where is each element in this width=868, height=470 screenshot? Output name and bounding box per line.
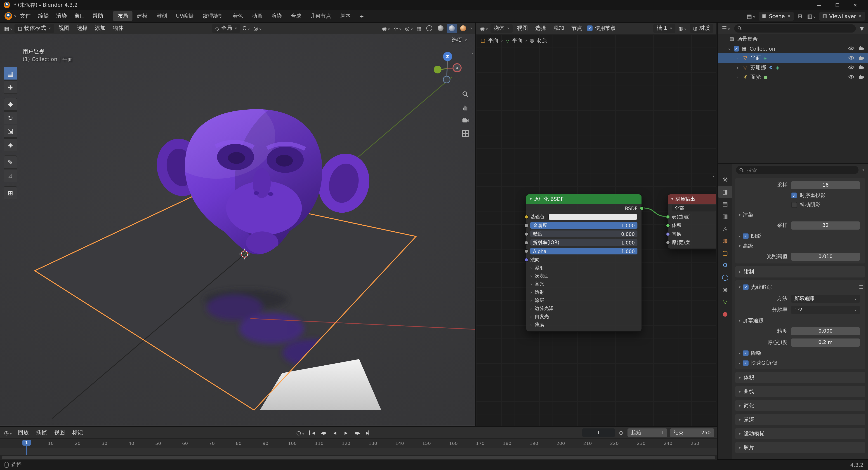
disclosure-icon[interactable]: › xyxy=(735,75,740,79)
editor-type-icon[interactable]: ▦∨ xyxy=(3,25,14,31)
input-socket[interactable] xyxy=(666,241,670,245)
properties-panel-header[interactable]: 胶片 xyxy=(735,442,865,453)
tool-annotate[interactable] xyxy=(4,155,17,168)
timeline-scrollbar[interactable] xyxy=(0,455,717,460)
browse-scene-icon[interactable]: ▤∨ xyxy=(745,13,756,19)
bsdf-input-row[interactable]: 基础色 基础色 基础色 xyxy=(526,212,642,221)
mode-selector[interactable]: ◻ 物体模式 ∨ xyxy=(15,24,54,33)
bsdf-input-row[interactable]: 金属度 1.000 金属度 金属度 xyxy=(526,221,642,229)
input-socket[interactable] xyxy=(666,232,670,236)
workspace-tab[interactable]: 渲染 xyxy=(267,11,286,21)
tab-tool[interactable] xyxy=(718,174,733,186)
bsdf-panel-header[interactable]: 次表面 xyxy=(526,272,642,280)
shading-solid-button[interactable] xyxy=(435,24,446,33)
material-output-node[interactable]: ▾ 材质输出 全部 xyxy=(667,194,716,249)
slot-selector[interactable]: 槽 1 ∨ xyxy=(653,24,675,33)
disclosure-icon[interactable]: ∨ xyxy=(727,46,732,51)
workspace-tab[interactable]: 纹理绘制 xyxy=(198,11,228,21)
disable-render-icon[interactable] xyxy=(859,55,864,61)
remove-viewlayer-icon[interactable]: ✕ xyxy=(858,13,862,19)
bsdf-panel-header[interactable]: 薄膜 xyxy=(526,321,642,329)
shading-dropdown-icon[interactable]: ∨ xyxy=(470,26,472,30)
properties-panel-header[interactable]: 景深 xyxy=(735,414,865,425)
workspace-tab[interactable]: + xyxy=(355,11,368,21)
bsdf-panel-header[interactable]: 高光 xyxy=(526,280,642,288)
raytracing-panel-header[interactable]: 光线追踪 ☰ xyxy=(735,282,865,293)
input-socket[interactable] xyxy=(524,215,528,219)
output-node-header[interactable]: ▾ 材质输出 xyxy=(668,194,716,204)
value-slider[interactable]: 折射率(IOR) 1.000 xyxy=(530,239,638,246)
auto-keying-icon[interactable]: ○∨ xyxy=(295,430,306,436)
output-target-row[interactable]: 全部 xyxy=(668,204,716,212)
jump-end-button[interactable]: ▶▎ xyxy=(363,428,374,437)
gizmo-y-axis[interactable] xyxy=(434,66,441,73)
gizmos-toggle-icon[interactable]: ⊹∨ xyxy=(392,25,403,31)
timeline-menu-item[interactable]: 插帧 xyxy=(32,428,51,438)
workspace-tab[interactable]: 布局 xyxy=(113,11,132,21)
workspace-tab[interactable]: 合成 xyxy=(286,11,306,21)
target-dropdown[interactable]: 全部 xyxy=(672,205,716,212)
filter-icon[interactable]: ▼ xyxy=(859,25,865,31)
filter-dropdown-icon[interactable]: ∨ xyxy=(862,168,864,172)
overlays-toggle-icon[interactable]: ◎∨ xyxy=(404,25,414,31)
workspace-tab[interactable]: 雕刻 xyxy=(152,11,171,21)
tool-add-cube[interactable] xyxy=(4,186,17,199)
input-socket[interactable] xyxy=(524,232,528,236)
denoise-subpanel-header[interactable]: 降噪 xyxy=(735,348,865,358)
maximize-button[interactable]: ☐ xyxy=(828,0,846,10)
app-menu-item[interactable]: 文件 xyxy=(16,11,34,21)
material-selector[interactable]: ◍ 材质 xyxy=(690,24,713,33)
workspace-tab[interactable]: 建模 xyxy=(132,11,152,21)
hide-viewport-icon[interactable] xyxy=(848,74,855,80)
clamping-panel-header[interactable]: 钳制 xyxy=(735,266,865,278)
bsdf-panel-header[interactable]: 边缘光泽 xyxy=(526,305,642,313)
shader-menu-item[interactable]: 节点 xyxy=(567,23,586,33)
output-input-row[interactable]: 体积 xyxy=(668,221,716,229)
scrollbar-handle[interactable] xyxy=(2,456,715,459)
editor-type-icon[interactable]: ◉∨ xyxy=(479,25,489,31)
tab-output[interactable] xyxy=(718,198,733,210)
tab-physics[interactable] xyxy=(718,271,733,283)
disable-render-icon[interactable] xyxy=(859,74,864,80)
browse-viewlayer-icon[interactable]: ▥∨ xyxy=(806,13,817,19)
input-socket[interactable] xyxy=(666,215,670,219)
timeline-menu-item[interactable]: 视图 xyxy=(51,428,68,438)
transform-orientation[interactable]: ◇ 全局 ∨ xyxy=(212,24,240,33)
current-frame-field[interactable]: 1 xyxy=(582,429,615,437)
viewlayer-selector[interactable]: ▥ ViewLayer ✕ xyxy=(819,11,865,21)
navigation-gizmo[interactable]: Z X xyxy=(428,51,466,89)
input-socket[interactable] xyxy=(524,241,528,245)
shader-menu-item[interactable]: 添加 xyxy=(550,23,567,33)
value-slider[interactable]: 糙度 0.000 xyxy=(530,230,638,237)
frame-end-field[interactable]: 结束 250 xyxy=(670,429,714,437)
input-socket[interactable] xyxy=(524,249,528,253)
advanced-subpanel-header[interactable]: 高级 xyxy=(735,241,865,251)
exclude-checkbox[interactable]: ✓ xyxy=(734,46,739,51)
tool-cursor[interactable] xyxy=(4,81,17,94)
tab-scene[interactable] xyxy=(718,222,733,234)
minimize-button[interactable]: — xyxy=(810,0,828,10)
editor-type-icon[interactable]: ◷∨ xyxy=(3,430,13,436)
shading-material-button[interactable] xyxy=(447,24,457,33)
tool-select-box[interactable] xyxy=(4,67,17,80)
outliner-row[interactable]: ✓ 场景集合 xyxy=(718,34,868,44)
tab-constraints[interactable] xyxy=(718,283,733,295)
workspace-tab[interactable]: 着色 xyxy=(228,11,248,21)
timeline-menu-item[interactable]: 回放 xyxy=(14,428,32,438)
bsdf-node-header[interactable]: ▾ 原理化 BSDF xyxy=(526,194,642,204)
timeline-track[interactable] xyxy=(0,448,717,455)
tool-scale[interactable] xyxy=(4,125,17,138)
render-samples-field[interactable]: 32 xyxy=(791,221,860,229)
shading-wireframe-button[interactable] xyxy=(424,24,434,33)
keying-set-icon[interactable]: ⊙ xyxy=(618,430,625,436)
bsdf-input-row[interactable]: 法向 法向 法向 xyxy=(526,255,642,264)
viewport-canvas[interactable]: 用户透视 (1) Collection | 平面 选项 ∨ ‹ xyxy=(0,34,475,426)
shader-menu-item[interactable]: 选择 xyxy=(531,23,550,33)
shadows-checkbox[interactable] xyxy=(743,233,749,239)
tab-data[interactable] xyxy=(718,295,733,308)
bsdf-input-row[interactable]: Alpha 1.000 Alpha Alpha xyxy=(526,247,642,255)
app-menu-item[interactable]: 窗口 xyxy=(70,11,89,21)
pan-hand-icon[interactable] xyxy=(461,102,470,112)
new-scene-icon[interactable]: ⊞ xyxy=(796,13,804,19)
workspace-tab[interactable]: 脚本 xyxy=(336,11,355,21)
